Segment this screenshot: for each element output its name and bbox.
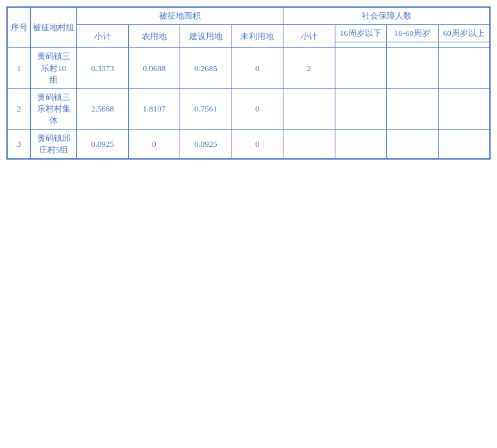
- table-row-construction-0: 0.2685: [180, 48, 232, 89]
- table-row-age16to60-2: [387, 129, 439, 158]
- table-row-subtotal-0: 0.3373: [77, 48, 129, 89]
- data-table: 序号 被征地村组 被征地面积 社会保障人数 小计 农用地 建设用地 未利用地 小…: [7, 7, 490, 159]
- header-village: 被征地村组: [31, 8, 77, 48]
- table-row-construction-1: 0.7561: [180, 88, 232, 129]
- table-row-over60-1: [438, 88, 490, 129]
- table-row-subtotal-2: 0.0925: [77, 129, 129, 158]
- table-row-over60-2: [438, 129, 490, 158]
- header-under16: 16周岁以下: [335, 25, 387, 42]
- table-row-seq-2: 3: [8, 129, 31, 158]
- header-over60: 60周岁以上: [438, 25, 490, 42]
- table-row-social_subtotal-2: [283, 129, 335, 158]
- header-unused: 未利用地: [232, 25, 283, 48]
- main-table-wrapper: 序号 被征地村组 被征地面积 社会保障人数 小计 农用地 建设用地 未利用地 小…: [6, 6, 491, 160]
- table-row-under16-1: [335, 88, 387, 129]
- table-row-over60-0: [438, 48, 490, 89]
- table-row-social_subtotal-0: 2: [283, 48, 335, 89]
- table-row-construction-2: 0.0925: [180, 129, 232, 158]
- table-row-under16-2: [335, 129, 387, 158]
- table-row-farmland-2: 0: [128, 129, 180, 158]
- header-16to60-2: [387, 42, 439, 48]
- header-land-area-group: 被征地面积: [77, 8, 283, 25]
- header-social-subtotal: 小计: [283, 25, 335, 48]
- header-subtotal: 小计: [77, 25, 129, 48]
- table-row-seq-0: 1: [8, 48, 31, 89]
- table-row-unused-0: 0: [232, 48, 283, 89]
- header-over60-2: [438, 42, 490, 48]
- table-row-age16to60-0: [387, 48, 439, 89]
- table-row-farmland-1: 1.8107: [128, 88, 180, 129]
- table-row-seq-1: 2: [8, 88, 31, 129]
- table-row-farmland-0: 0.0688: [128, 48, 180, 89]
- table-row-social_subtotal-1: [283, 88, 335, 129]
- table-row-village-2: 黄码镇邱庄村5组: [31, 129, 77, 158]
- header-farmland: 农用地: [128, 25, 180, 48]
- header-16to60: 16-60周岁: [387, 25, 439, 42]
- table-row-village-1: 黄码镇三乐村村集体: [31, 88, 77, 129]
- header-construction: 建设用地: [180, 25, 232, 48]
- table-row-age16to60-1: [387, 88, 439, 129]
- table-row-village-0: 黄码镇三乐村10组: [31, 48, 77, 89]
- table-row-subtotal-1: 2.5668: [77, 88, 129, 129]
- table-row-unused-2: 0: [232, 129, 283, 158]
- table-row-unused-1: 0: [232, 88, 283, 129]
- header-seq: 序号: [8, 8, 31, 48]
- header-under16-2: [335, 42, 387, 48]
- header-social-security-group: 社会保障人数: [283, 8, 490, 25]
- table-row-under16-0: [335, 48, 387, 89]
